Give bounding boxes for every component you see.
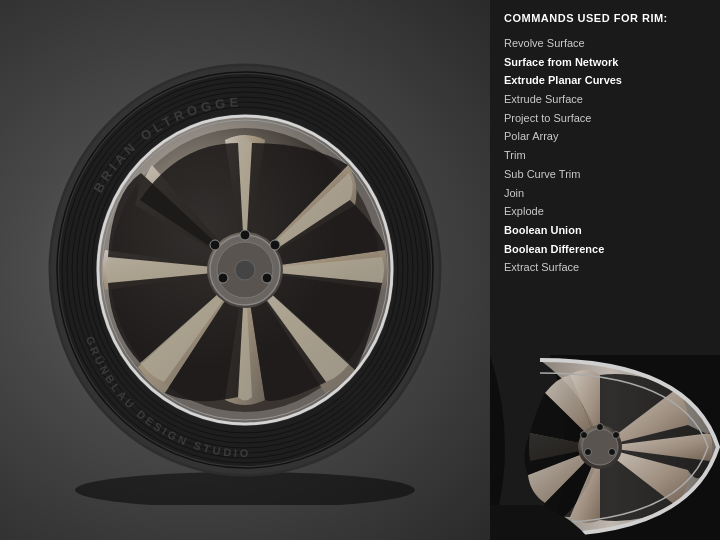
commands-list: Revolve SurfaceSurface from NetworkExtru… [504, 34, 706, 277]
bottom-wheel-detail-svg [490, 355, 720, 540]
command-item: Sub Curve Trim [504, 165, 706, 184]
command-item: Explode [504, 202, 706, 221]
command-item: Revolve Surface [504, 34, 706, 53]
svg-point-32 [613, 432, 620, 439]
command-item: Extract Surface [504, 258, 706, 277]
svg-point-33 [609, 449, 616, 456]
command-item: Extrude Surface [504, 90, 706, 109]
command-item: Extrude Planar Curves [504, 71, 706, 90]
svg-point-22 [270, 240, 280, 250]
commands-title: COMMANDS USED FOR RIM: [504, 12, 706, 24]
command-item: Polar Array [504, 127, 706, 146]
wheel-container: BRIAN OLTROGGE GRÜNBLAU DESIGN STUDIO [25, 30, 465, 510]
svg-point-31 [597, 424, 604, 431]
command-item: Surface from Network [504, 53, 706, 72]
command-item: Boolean Union [504, 221, 706, 240]
command-item: Join [504, 184, 706, 203]
wheel-svg: BRIAN OLTROGGE GRÜNBLAU DESIGN STUDIO [30, 35, 460, 505]
commands-section: COMMANDS USED FOR RIM: Revolve SurfaceSu… [490, 0, 720, 355]
command-item: Project to Surface [504, 109, 706, 128]
right-panel: COMMANDS USED FOR RIM: Revolve SurfaceSu… [490, 0, 720, 540]
svg-point-0 [75, 472, 415, 505]
svg-point-35 [581, 432, 588, 439]
svg-point-24 [218, 273, 228, 283]
left-panel: BRIAN OLTROGGE GRÜNBLAU DESIGN STUDIO [0, 0, 490, 540]
svg-point-26 [235, 260, 255, 280]
command-item: Boolean Difference [504, 240, 706, 259]
svg-point-21 [240, 230, 250, 240]
svg-point-23 [262, 273, 272, 283]
svg-point-34 [585, 449, 592, 456]
command-item: Trim [504, 146, 706, 165]
bottom-rim-image [490, 355, 720, 540]
svg-point-25 [210, 240, 220, 250]
